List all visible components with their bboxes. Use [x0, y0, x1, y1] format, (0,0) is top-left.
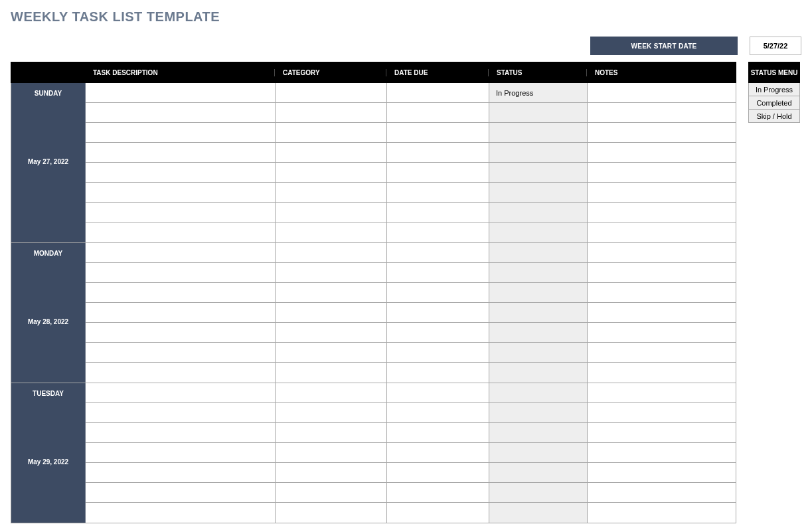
- cell-notes[interactable]: [588, 203, 736, 222]
- cell-notes[interactable]: [588, 363, 736, 383]
- cell-due[interactable]: [387, 363, 489, 383]
- cell-due[interactable]: [387, 243, 489, 262]
- cell-category[interactable]: [276, 143, 387, 162]
- cell-due[interactable]: [387, 83, 489, 102]
- cell-status[interactable]: [489, 443, 588, 462]
- cell-notes[interactable]: [588, 103, 736, 122]
- cell-category[interactable]: [276, 103, 387, 122]
- cell-status[interactable]: [489, 383, 588, 402]
- cell-task[interactable]: [86, 263, 276, 282]
- cell-task[interactable]: [86, 463, 276, 482]
- cell-category[interactable]: [276, 83, 387, 102]
- cell-due[interactable]: [387, 403, 489, 422]
- cell-notes[interactable]: [588, 303, 736, 322]
- cell-notes[interactable]: [588, 403, 736, 422]
- cell-due[interactable]: [387, 183, 489, 202]
- cell-category[interactable]: [276, 222, 387, 242]
- week-start-date-value[interactable]: 5/27/22: [750, 37, 801, 55]
- cell-task[interactable]: [86, 443, 276, 462]
- cell-status[interactable]: [489, 483, 588, 502]
- cell-notes[interactable]: [588, 323, 736, 342]
- cell-status[interactable]: [489, 263, 588, 282]
- cell-task[interactable]: [86, 83, 276, 102]
- cell-category[interactable]: [276, 263, 387, 282]
- cell-due[interactable]: [387, 443, 489, 462]
- cell-notes[interactable]: [588, 143, 736, 162]
- cell-status[interactable]: In Progress: [489, 83, 588, 102]
- cell-category[interactable]: [276, 503, 387, 523]
- cell-due[interactable]: [387, 463, 489, 482]
- cell-category[interactable]: [276, 243, 387, 262]
- cell-category[interactable]: [276, 363, 387, 383]
- cell-due[interactable]: [387, 343, 489, 362]
- cell-notes[interactable]: [588, 343, 736, 362]
- cell-task[interactable]: [86, 183, 276, 202]
- cell-task[interactable]: [86, 383, 276, 402]
- cell-category[interactable]: [276, 183, 387, 202]
- cell-task[interactable]: [86, 503, 276, 523]
- cell-due[interactable]: [387, 423, 489, 442]
- cell-due[interactable]: [387, 143, 489, 162]
- cell-task[interactable]: [86, 483, 276, 502]
- cell-task[interactable]: [86, 343, 276, 362]
- cell-notes[interactable]: [588, 423, 736, 442]
- cell-category[interactable]: [276, 383, 387, 402]
- cell-category[interactable]: [276, 403, 387, 422]
- cell-status[interactable]: [489, 222, 588, 242]
- cell-status[interactable]: [489, 363, 588, 383]
- cell-due[interactable]: [387, 303, 489, 322]
- cell-status[interactable]: [489, 323, 588, 342]
- cell-category[interactable]: [276, 323, 387, 342]
- cell-task[interactable]: [86, 163, 276, 182]
- cell-due[interactable]: [387, 483, 489, 502]
- cell-category[interactable]: [276, 463, 387, 482]
- cell-status[interactable]: [489, 423, 588, 442]
- cell-task[interactable]: [86, 143, 276, 162]
- cell-due[interactable]: [387, 203, 489, 222]
- cell-status[interactable]: [489, 463, 588, 482]
- cell-task[interactable]: [86, 423, 276, 442]
- cell-status[interactable]: [489, 203, 588, 222]
- cell-notes[interactable]: [588, 163, 736, 182]
- cell-task[interactable]: [86, 243, 276, 262]
- cell-task[interactable]: [86, 363, 276, 383]
- cell-notes[interactable]: [588, 283, 736, 302]
- cell-notes[interactable]: [588, 503, 736, 523]
- cell-status[interactable]: [489, 403, 588, 422]
- cell-due[interactable]: [387, 263, 489, 282]
- cell-category[interactable]: [276, 303, 387, 322]
- cell-task[interactable]: [86, 222, 276, 242]
- status-menu-item[interactable]: Completed: [748, 96, 800, 110]
- cell-due[interactable]: [387, 323, 489, 342]
- cell-status[interactable]: [489, 163, 588, 182]
- cell-status[interactable]: [489, 503, 588, 523]
- cell-notes[interactable]: [588, 83, 736, 102]
- cell-category[interactable]: [276, 483, 387, 502]
- cell-notes[interactable]: [588, 222, 736, 242]
- status-menu-item[interactable]: In Progress: [748, 83, 800, 96]
- cell-task[interactable]: [86, 403, 276, 422]
- cell-category[interactable]: [276, 283, 387, 302]
- cell-category[interactable]: [276, 203, 387, 222]
- cell-task[interactable]: [86, 103, 276, 122]
- cell-notes[interactable]: [588, 263, 736, 282]
- cell-category[interactable]: [276, 443, 387, 462]
- cell-status[interactable]: [489, 103, 588, 122]
- cell-due[interactable]: [387, 383, 489, 402]
- cell-task[interactable]: [86, 203, 276, 222]
- cell-notes[interactable]: [588, 243, 736, 262]
- cell-due[interactable]: [387, 283, 489, 302]
- cell-status[interactable]: [489, 303, 588, 322]
- cell-due[interactable]: [387, 503, 489, 523]
- cell-notes[interactable]: [588, 463, 736, 482]
- cell-status[interactable]: [489, 343, 588, 362]
- cell-task[interactable]: [86, 323, 276, 342]
- cell-notes[interactable]: [588, 443, 736, 462]
- cell-category[interactable]: [276, 123, 387, 142]
- cell-status[interactable]: [489, 283, 588, 302]
- cell-task[interactable]: [86, 123, 276, 142]
- cell-category[interactable]: [276, 423, 387, 442]
- cell-category[interactable]: [276, 343, 387, 362]
- cell-status[interactable]: [489, 143, 588, 162]
- cell-status[interactable]: [489, 183, 588, 202]
